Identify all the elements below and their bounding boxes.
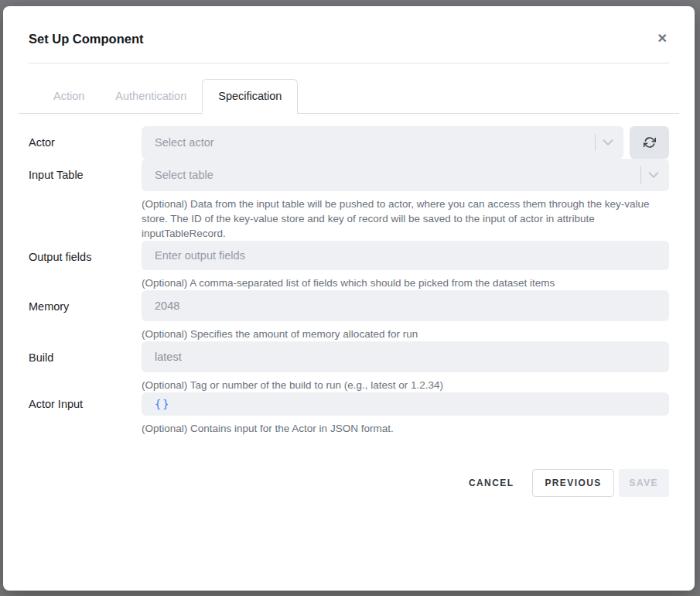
actor-input-json-editor[interactable]: {}: [142, 392, 669, 416]
memory-row: Memory (Optional) Specifies the amount o…: [29, 290, 669, 341]
modal-header: Set Up Component ✕: [3, 6, 695, 46]
actor-input-json-value: {}: [155, 398, 170, 410]
build-input[interactable]: [142, 341, 669, 372]
modal-footer: CANCEL PREVIOUS SAVE: [3, 469, 695, 497]
save-button[interactable]: SAVE: [619, 469, 669, 497]
tab-authentication[interactable]: Authentication: [100, 80, 202, 113]
tab-bar: Action Authentication Specification: [19, 79, 679, 114]
input-table-label: Input Table: [29, 159, 142, 241]
modal-title: Set Up Component: [29, 31, 144, 46]
output-fields-help-text: (Optional) A comma-separated list of fie…: [142, 276, 652, 290]
previous-button[interactable]: PREVIOUS: [532, 469, 613, 497]
actor-input-help-text: (Optional) Contains input for the Actor …: [142, 421, 652, 436]
select-divider: [640, 166, 641, 183]
actor-input-label: Actor Input: [29, 392, 142, 436]
actor-select[interactable]: Select actor: [142, 126, 623, 159]
build-help-text: (Optional) Tag or number of the build to…: [142, 378, 652, 392]
input-table-select-placeholder: Select table: [155, 169, 213, 181]
close-icon: ✕: [657, 32, 668, 45]
input-table-select[interactable]: Select table: [142, 159, 669, 191]
output-fields-row: Output fields (Optional) A comma-separat…: [29, 241, 669, 290]
actor-row: Actor Select actor: [29, 126, 669, 159]
close-button[interactable]: ✕: [656, 31, 669, 46]
setup-component-modal: Set Up Component ✕ Action Authentication…: [3, 6, 695, 591]
refresh-icon: [644, 136, 656, 149]
form-body: Actor Select actor: [3, 114, 695, 436]
cancel-button[interactable]: CANCEL: [467, 469, 515, 497]
memory-input[interactable]: [142, 290, 669, 321]
select-divider: [595, 134, 596, 151]
output-fields-label: Output fields: [29, 241, 142, 290]
output-fields-input[interactable]: [142, 241, 669, 270]
memory-help-text: (Optional) Specifies the amount of memor…: [142, 327, 652, 341]
actor-select-placeholder: Select actor: [155, 136, 214, 149]
memory-label: Memory: [29, 290, 142, 341]
actor-input-row: Actor Input {} (Optional) Contains input…: [29, 392, 669, 436]
build-label: Build: [29, 341, 142, 392]
input-table-help-text: (Optional) Data from the input table wil…: [142, 197, 652, 241]
input-table-row: Input Table Select table (Optional) Data…: [29, 159, 669, 241]
chevron-down-icon: [599, 134, 616, 151]
chevron-down-icon: [645, 166, 662, 183]
tab-specification[interactable]: Specification: [202, 79, 298, 114]
tab-action[interactable]: Action: [38, 80, 100, 113]
actor-label: Actor: [29, 126, 142, 159]
header-divider: [29, 63, 669, 63]
build-row: Build (Optional) Tag or number of the bu…: [29, 341, 669, 392]
refresh-actors-button[interactable]: [630, 126, 669, 159]
